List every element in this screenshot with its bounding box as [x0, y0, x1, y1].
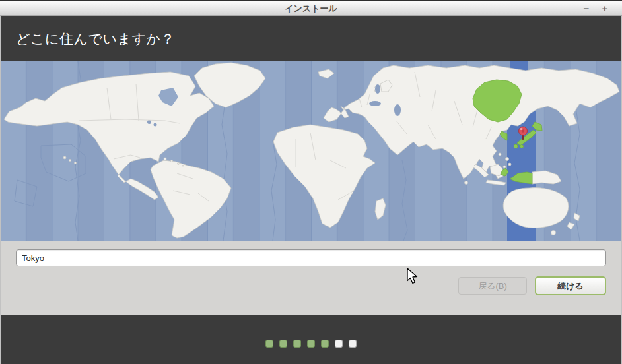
progress-dot: [279, 340, 287, 348]
back-button[interactable]: 戻る(B): [458, 277, 527, 295]
window-titlebar[interactable]: インストール − +: [0, 1, 622, 16]
window-left-border: [0, 16, 1, 364]
progress-dot: [293, 340, 301, 348]
progress-dot: [335, 340, 343, 348]
timezone-map[interactable]: [0, 61, 622, 241]
progress-dot: [307, 340, 315, 348]
page-title: どこに住んでいますか？: [16, 30, 175, 48]
button-row: 戻る(B) 続ける: [16, 276, 606, 295]
progress-dots: [265, 340, 357, 348]
window-title: インストール: [0, 1, 622, 16]
progress-dot: [265, 340, 273, 348]
installer-window: インストール − + どこに住んでいますか？: [0, 0, 622, 364]
window-controls: − +: [581, 1, 610, 16]
continue-button[interactable]: 続ける: [535, 276, 606, 295]
footer: [0, 315, 622, 364]
city-input[interactable]: [16, 249, 606, 266]
world-map-svg[interactable]: [0, 61, 622, 241]
form-area: 戻る(B) 続ける: [0, 249, 622, 315]
page-header: どこに住んでいますか？: [0, 16, 622, 61]
maximize-button[interactable]: +: [600, 3, 610, 14]
minimize-button[interactable]: −: [581, 3, 592, 14]
progress-dot: [321, 340, 329, 348]
progress-dot: [349, 340, 357, 348]
